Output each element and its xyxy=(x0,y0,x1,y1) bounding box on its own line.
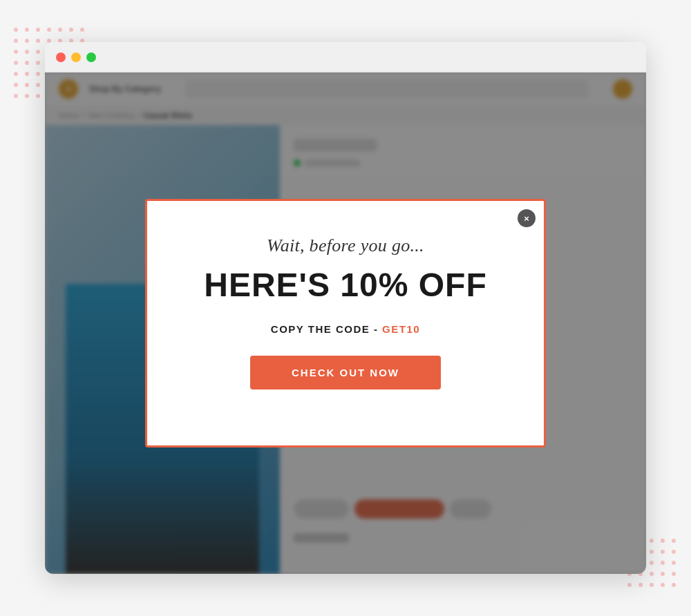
window-close-button[interactable] xyxy=(56,52,66,62)
browser-content-area: S Shop By Category Home > Men Clothing >… xyxy=(45,73,646,574)
exit-intent-popup: × Wait, before you go... HERE'S 10% OFF … xyxy=(145,199,546,447)
popup-close-button[interactable]: × xyxy=(518,209,536,227)
window-maximize-button[interactable] xyxy=(86,52,96,62)
popup-subtitle: Wait, before you go... xyxy=(267,235,424,256)
checkout-now-button[interactable]: CHECK OUT NOW xyxy=(250,356,441,389)
popup-title: HERE'S 10% OFF xyxy=(204,267,487,304)
browser-window: S Shop By Category Home > Men Clothing >… xyxy=(45,42,646,574)
window-minimize-button[interactable] xyxy=(71,52,81,62)
modal-overlay: × Wait, before you go... HERE'S 10% OFF … xyxy=(45,73,646,574)
close-icon: × xyxy=(524,214,529,223)
browser-titlebar xyxy=(45,42,646,73)
popup-code-value: GET10 xyxy=(382,323,420,335)
popup-code-prefix: COPY THE CODE - xyxy=(271,323,382,335)
popup-code-line: COPY THE CODE - GET10 xyxy=(271,323,420,335)
